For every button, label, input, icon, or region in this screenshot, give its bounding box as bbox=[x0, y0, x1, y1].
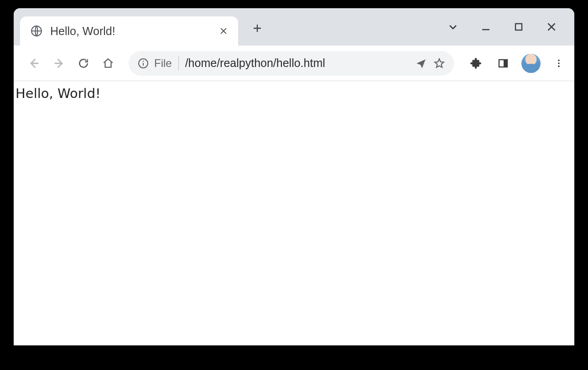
svg-rect-5 bbox=[504, 60, 507, 67]
kebab-icon bbox=[554, 58, 564, 68]
tab-strip: Hello, World! bbox=[14, 8, 574, 46]
forward-button[interactable] bbox=[48, 53, 69, 74]
menu-button[interactable] bbox=[550, 54, 568, 72]
search-tabs-button[interactable] bbox=[442, 16, 464, 38]
page-viewport[interactable]: Hello, World! bbox=[14, 81, 574, 345]
svg-point-6 bbox=[558, 59, 560, 61]
tab-title: Hello, World! bbox=[50, 25, 216, 38]
browser-window: Hello, World! bbox=[14, 8, 574, 345]
svg-point-7 bbox=[558, 62, 560, 64]
new-tab-button[interactable] bbox=[246, 17, 268, 39]
toolbar: File /home/realpython/hello.html bbox=[14, 46, 574, 81]
maximize-button[interactable] bbox=[508, 16, 530, 38]
info-icon[interactable] bbox=[137, 57, 150, 70]
home-button[interactable] bbox=[98, 53, 119, 74]
url-scheme-label: File bbox=[154, 57, 172, 70]
close-icon bbox=[219, 26, 228, 36]
bookmark-button[interactable] bbox=[430, 54, 448, 72]
plus-icon bbox=[252, 23, 263, 34]
back-button[interactable] bbox=[24, 53, 45, 74]
svg-point-3 bbox=[143, 61, 144, 62]
side-panel-button[interactable] bbox=[494, 54, 512, 72]
close-window-button[interactable] bbox=[541, 16, 562, 38]
puzzle-icon bbox=[470, 57, 482, 69]
address-bar[interactable]: File /home/realpython/hello.html bbox=[129, 51, 454, 76]
window-controls bbox=[442, 8, 571, 46]
svg-rect-1 bbox=[515, 24, 522, 30]
close-icon bbox=[546, 21, 557, 33]
share-button[interactable] bbox=[412, 54, 430, 72]
separator bbox=[178, 56, 179, 71]
page-body-text: Hello, World! bbox=[16, 86, 572, 101]
send-icon bbox=[415, 57, 427, 69]
globe-icon bbox=[30, 25, 43, 37]
panel-icon bbox=[498, 58, 509, 69]
maximize-icon bbox=[513, 21, 524, 32]
svg-point-8 bbox=[558, 65, 560, 67]
reload-icon bbox=[78, 57, 89, 69]
toolbar-right bbox=[467, 54, 568, 73]
minimize-button[interactable] bbox=[475, 16, 497, 38]
url-text[interactable]: /home/realpython/hello.html bbox=[185, 57, 412, 70]
chevron-down-icon bbox=[448, 21, 458, 32]
profile-avatar[interactable] bbox=[521, 54, 541, 73]
extensions-button[interactable] bbox=[467, 54, 485, 72]
star-icon bbox=[433, 57, 445, 69]
close-tab-button[interactable] bbox=[216, 24, 231, 38]
arrow-left-icon bbox=[28, 57, 41, 70]
desktop: Hello, World! bbox=[0, 0, 588, 370]
minimize-icon bbox=[480, 21, 491, 32]
tab-active[interactable]: Hello, World! bbox=[20, 16, 238, 46]
reload-button[interactable] bbox=[73, 53, 94, 74]
home-icon bbox=[102, 57, 114, 69]
arrow-right-icon bbox=[52, 57, 65, 70]
